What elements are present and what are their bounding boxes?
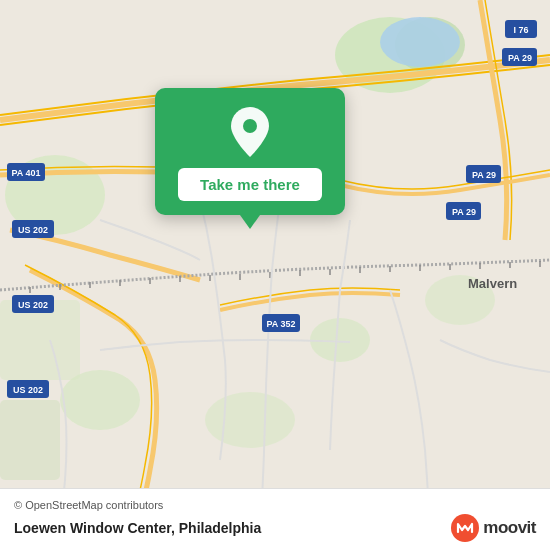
svg-point-3 <box>380 17 460 67</box>
svg-text:I 76: I 76 <box>513 25 528 35</box>
svg-text:US 202: US 202 <box>18 300 48 310</box>
svg-point-6 <box>205 392 295 448</box>
popup-card: Take me there <box>155 88 345 215</box>
svg-point-50 <box>243 119 257 133</box>
svg-text:PA 29: PA 29 <box>452 207 476 217</box>
moovit-text: moovit <box>483 518 536 538</box>
svg-text:US 202: US 202 <box>18 225 48 235</box>
moovit-icon <box>451 514 479 542</box>
map-svg: I 76 PA 29 PA 29 PA 29 PA 401 PA US 202 … <box>0 0 550 550</box>
take-me-there-button[interactable]: Take me there <box>178 168 322 201</box>
moovit-logo: moovit <box>451 514 536 542</box>
svg-text:US 202: US 202 <box>13 385 43 395</box>
location-name: Loewen Window Center, Philadelphia <box>14 520 261 536</box>
location-icon-wrap <box>224 106 276 158</box>
svg-point-51 <box>451 514 479 542</box>
svg-text:Malvern: Malvern <box>468 276 517 291</box>
map-pin-icon <box>227 105 273 159</box>
svg-text:PA 401: PA 401 <box>11 168 40 178</box>
svg-text:PA 352: PA 352 <box>266 319 295 329</box>
svg-text:PA 29: PA 29 <box>508 53 532 63</box>
attribution: © OpenStreetMap contributors <box>14 499 536 511</box>
map-container: I 76 PA 29 PA 29 PA 29 PA 401 PA US 202 … <box>0 0 550 550</box>
svg-rect-10 <box>0 400 60 480</box>
bottom-bar: © OpenStreetMap contributors Loewen Wind… <box>0 488 550 550</box>
svg-text:PA 29: PA 29 <box>472 170 496 180</box>
location-name-row: Loewen Window Center, Philadelphia moovi… <box>14 514 536 542</box>
